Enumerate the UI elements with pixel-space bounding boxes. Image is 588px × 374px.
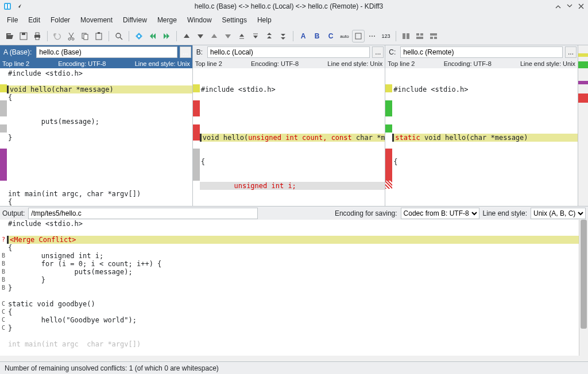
maximize-icon[interactable] bbox=[566, 3, 573, 10]
pane-b-header: B: ... bbox=[193, 45, 385, 59]
pane-c-input[interactable] bbox=[400, 46, 563, 58]
pane-c-gutter bbox=[385, 68, 392, 206]
svg-rect-30 bbox=[434, 37, 437, 39]
svg-rect-6 bbox=[36, 33, 39, 35]
svg-rect-24 bbox=[407, 33, 409, 39]
merge-scrollbar[interactable] bbox=[579, 220, 588, 356]
encoding-saving-label: Encoding for saving: bbox=[335, 209, 397, 217]
svg-rect-0 bbox=[4, 3, 11, 10]
menu-edit[interactable]: Edit bbox=[28, 16, 40, 24]
menu-window[interactable]: Window bbox=[187, 16, 212, 24]
svg-point-16 bbox=[138, 35, 140, 37]
search-icon[interactable] bbox=[113, 30, 125, 42]
select-b-button[interactable]: B bbox=[311, 30, 323, 42]
copy-icon[interactable] bbox=[79, 30, 91, 42]
show-whitespace-icon[interactable] bbox=[366, 30, 378, 42]
pane-b-info: Top line 2 Encoding: UTF-8 Line end styl… bbox=[193, 59, 385, 68]
diff-panes: A (Base): ... Top line 2 Encoding: UTF-8… bbox=[0, 45, 578, 206]
statusbar: Number of remaining unsolved conflicts: … bbox=[0, 361, 588, 374]
pane-b: B: ... Top line 2 Encoding: UTF-8 Line e… bbox=[193, 45, 386, 206]
menu-merge[interactable]: Merge bbox=[157, 16, 177, 24]
svg-rect-1 bbox=[5, 4, 7, 9]
lineend-select[interactable]: Unix (A, B, C) bbox=[531, 208, 586, 219]
svg-rect-25 bbox=[416, 33, 419, 36]
svg-point-8 bbox=[68, 38, 71, 40]
merge-body[interactable]: ?BBBBBCCCC #include <stdio.h><Merge Conf… bbox=[0, 220, 588, 356]
pane-a-input[interactable] bbox=[36, 46, 177, 58]
next-conflict-icon[interactable] bbox=[160, 30, 173, 42]
svg-rect-28 bbox=[430, 33, 437, 36]
unsolved-button[interactable] bbox=[352, 30, 365, 42]
menu-movement[interactable]: Movement bbox=[80, 16, 113, 24]
paste-icon[interactable] bbox=[92, 30, 105, 42]
pane-b-input[interactable] bbox=[207, 46, 370, 58]
menu-file[interactable]: File bbox=[7, 16, 18, 24]
show-numbers-button[interactable]: 123 bbox=[380, 30, 392, 42]
svg-point-9 bbox=[72, 38, 74, 40]
select-c-button[interactable]: C bbox=[324, 30, 337, 42]
svg-rect-19 bbox=[355, 33, 361, 39]
auto-button[interactable]: auto bbox=[338, 30, 351, 42]
menubar: File Edit Folder Movement Diffview Merge… bbox=[0, 13, 588, 28]
cut-icon[interactable] bbox=[65, 30, 78, 42]
pane-c: C: ... Top line 2 Encoding: UTF-8 Line e… bbox=[385, 45, 578, 206]
merge-header: Output: Encoding for saving: Codec from … bbox=[0, 206, 588, 220]
svg-rect-26 bbox=[420, 33, 423, 36]
output-path-input[interactable] bbox=[28, 208, 258, 219]
up-line-icon[interactable] bbox=[235, 30, 248, 42]
up-icon[interactable] bbox=[180, 30, 193, 42]
undo-icon[interactable] bbox=[51, 30, 64, 42]
menu-diffview[interactable]: Diffview bbox=[123, 16, 147, 24]
split2-icon[interactable] bbox=[413, 30, 426, 42]
menu-help[interactable]: Help bbox=[257, 16, 272, 24]
select-a-button[interactable]: A bbox=[297, 30, 310, 42]
menu-settings[interactable]: Settings bbox=[222, 16, 247, 24]
open-icon[interactable] bbox=[3, 30, 16, 42]
pin-icon[interactable] bbox=[15, 2, 23, 10]
pane-b-body[interactable]: #include <stdio.h> void hello(unsigned i… bbox=[193, 68, 385, 206]
svg-rect-12 bbox=[96, 33, 102, 40]
window-title: hello.c (Base) <-> hello.c (Local) <-> h… bbox=[23, 2, 555, 10]
pane-a-label: A (Base): bbox=[1, 48, 34, 56]
overview-strip[interactable] bbox=[578, 45, 588, 206]
svg-rect-7 bbox=[36, 37, 39, 40]
down-dbl-icon[interactable] bbox=[277, 30, 289, 42]
pane-a-header: A (Base): ... bbox=[0, 45, 192, 59]
minimize-icon[interactable] bbox=[555, 3, 562, 10]
pane-a: A (Base): ... Top line 2 Encoding: UTF-8… bbox=[0, 45, 193, 206]
pane-b-gutter bbox=[193, 68, 200, 206]
merge-hscroll[interactable] bbox=[0, 356, 588, 361]
titlebar: hello.c (Base) <-> hello.c (Local) <-> h… bbox=[0, 0, 588, 13]
pane-b-browse[interactable]: ... bbox=[372, 46, 384, 58]
print-icon[interactable] bbox=[31, 30, 44, 42]
pane-a-body[interactable]: #include <stdio.h>void hello(char *messa… bbox=[0, 68, 192, 206]
down2-icon[interactable] bbox=[222, 30, 234, 42]
svg-rect-4 bbox=[22, 33, 25, 35]
save-icon[interactable] bbox=[17, 30, 30, 42]
encoding-saving-select[interactable]: Codec from B: UTF-8 bbox=[401, 208, 479, 219]
svg-rect-11 bbox=[84, 34, 88, 40]
down-icon[interactable] bbox=[194, 30, 207, 42]
menu-folder[interactable]: Folder bbox=[51, 16, 70, 24]
up2-icon[interactable] bbox=[208, 30, 220, 42]
svg-point-20 bbox=[369, 36, 370, 37]
output-label: Output: bbox=[2, 209, 25, 217]
svg-point-14 bbox=[116, 33, 121, 38]
split-icon[interactable] bbox=[400, 30, 412, 42]
up-dbl-icon[interactable] bbox=[263, 30, 276, 42]
pane-c-header: C: ... bbox=[385, 45, 578, 59]
pane-a-browse[interactable]: ... bbox=[180, 46, 191, 58]
svg-rect-23 bbox=[403, 33, 405, 39]
svg-rect-29 bbox=[430, 37, 433, 39]
close-icon[interactable] bbox=[578, 3, 585, 10]
lineend-label: Line end style: bbox=[483, 209, 527, 217]
split3-icon[interactable] bbox=[427, 30, 440, 42]
prev-conflict-icon[interactable] bbox=[146, 30, 159, 42]
pane-c-body[interactable]: #include <stdio.h> static void hello(cha… bbox=[385, 68, 578, 206]
down-line-icon[interactable] bbox=[249, 30, 262, 42]
svg-rect-2 bbox=[8, 4, 10, 9]
pane-c-label: C: bbox=[386, 48, 398, 56]
pane-c-browse[interactable]: ... bbox=[565, 46, 577, 58]
goto-current-icon[interactable] bbox=[133, 30, 145, 42]
svg-point-22 bbox=[374, 36, 375, 37]
